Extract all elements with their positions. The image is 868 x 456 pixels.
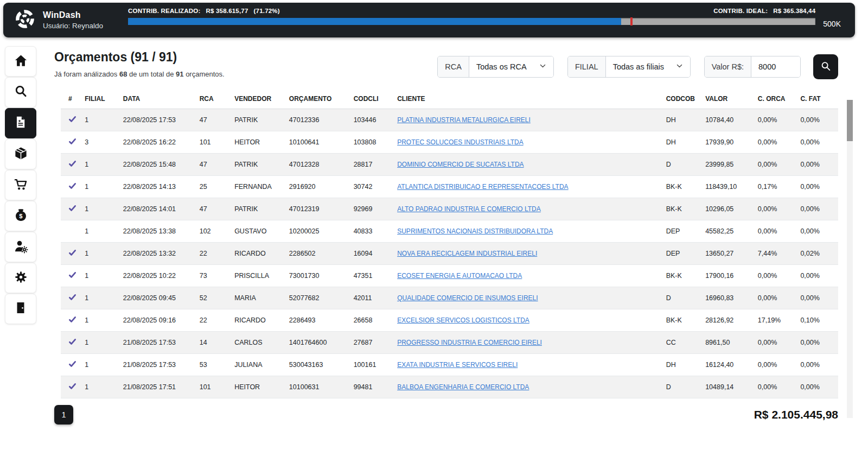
check-icon [68,317,76,325]
cell-orcamento: 47012319 [285,198,349,220]
sidebar-item-configuracoes[interactable] [5,263,36,293]
cell-valor: 10784,40 [701,109,754,131]
analyzed-check-cell [61,376,80,398]
analyzed-check-cell [61,332,80,354]
svg-text:$: $ [19,213,23,219]
client-link[interactable]: PROGRESSO INDUSTRIA E COMERCIO EIRELI [397,339,542,346]
client-link[interactable]: QUALIDADE COMERCIO DE INSUMOS EIRELI [397,294,538,302]
sidebar-item-produtos[interactable] [5,139,36,169]
client-link[interactable]: PROTEC SOLUCOES INDUSTRIAIS LTDA [397,138,523,146]
cell-data: 22/08/2025 17:53 [119,109,195,131]
cell-filial: 1 [80,109,118,131]
cell-cliente: DOMINIO COMERCIO DE SUCATAS LTDA [393,154,661,176]
cell-cliente: SUPRIMENTOS NACIONAIS DISTRIBUIDORA LTDA [393,220,661,243]
client-link[interactable]: ATLANTICA DISTRIBUICAO E REPRESENTACOES … [397,183,568,191]
check-icon [68,339,76,347]
cell-data: 21/08/2025 17:51 [119,376,195,398]
sidebar-item-usuarios[interactable] [5,232,36,262]
cell-valor: 17900,16 [701,265,754,287]
table-row: 122/08/2025 17:5347PATRIK47012336103446P… [61,109,838,131]
app-name: WinDash [43,10,103,20]
valor-input[interactable] [751,56,800,77]
cell-codcob: DEP [662,243,701,265]
client-link[interactable]: EXCELSIOR SERVICOS LOGISTICOS LTDA [397,316,529,324]
cell-orcamento: 47012336 [285,109,349,131]
column-header: RCA [195,88,230,109]
cell-codcob: CC [662,332,701,354]
cell-cliente: QUALIDADE COMERCIO DE INSUMOS EIRELI [393,287,661,309]
check-icon [68,139,76,147]
cell-vendedor: HEITOR [230,376,285,398]
sidebar-item-sair[interactable] [5,294,36,324]
home-icon [14,53,28,70]
cell-valor: 16960,83 [701,287,754,309]
cell-valor: 8961,50 [701,332,754,354]
valor-filter-group: Valor R$: [704,56,801,78]
client-link[interactable]: BALBOA ENGENHARIA E COMERCIO LTDA [397,383,529,391]
document-icon [14,115,28,131]
cell-vendedor: MARIA [230,287,285,309]
cell-rca: 53 [195,354,230,376]
rca-select[interactable]: Todas os RCA [469,56,553,77]
cell-codcli: 103808 [349,131,393,154]
cell-c_orca: 0,00% [754,265,796,287]
sidebar-item-search[interactable] [5,77,36,107]
cell-vendedor: FERNANDA [230,176,285,198]
cell-codcli: 99481 [349,376,393,398]
cell-codcli: 103446 [349,109,393,131]
search-icon [820,60,832,74]
filial-filter-label: FILIAL [568,56,606,77]
contribution-progress: CONTRIB. REALIZADO:R$ 358.615,77(71.72%)… [128,8,815,33]
sidebar-item-financeiro[interactable]: $ [5,201,36,231]
cell-c_fat: 0,00% [796,198,838,220]
check-icon [68,117,76,124]
grand-total: R$ 2.105.445,98 [754,408,838,421]
cell-vendedor: PATRIK [230,109,285,131]
cell-filial: 1 [80,332,118,354]
cell-codcob: DH [662,131,701,154]
table-row: 121/08/2025 17:5314CARLOS140176460027687… [61,332,838,354]
cell-filial: 1 [80,220,118,243]
column-header: VALOR [701,88,754,109]
search-button[interactable] [813,54,838,79]
page-1-button[interactable]: 1 [54,405,73,425]
client-link[interactable]: EXATA INDUSTRIA E SERVICOS EIRELI [397,361,518,369]
cell-c_fat: 0,02% [796,243,838,265]
cell-filial: 1 [80,198,118,220]
cell-codcli: 27687 [349,332,393,354]
cell-c_orca: 0,00% [754,109,796,131]
cell-codcob: BK-K [662,265,701,287]
check-icon [68,250,76,258]
progress-ideal-marker [630,17,633,26]
page-subtitle: Já foram análizados 68 de um total de 91… [54,70,225,78]
table-row: 322/08/2025 16:22101HEITOR10100641103808… [61,131,838,154]
cell-data: 22/08/2025 13:38 [119,220,195,243]
cell-vendedor: GUSTAVO [230,220,285,243]
client-link[interactable]: ALTO PADRAO INDUSTRIA E COMERCIO LTDA [397,205,541,213]
sidebar-item-orcamentos[interactable] [5,108,36,138]
scrollbar-thumb[interactable] [847,100,853,141]
money-bag-icon: $ [14,208,28,225]
cell-data: 22/08/2025 13:32 [119,243,195,265]
cell-filial: 1 [80,309,118,332]
cell-valor: 28126,92 [701,309,754,332]
cell-data: 21/08/2025 17:53 [119,354,195,376]
cell-valor: 13650,27 [701,243,754,265]
sidebar-item-pedidos[interactable] [5,170,36,200]
cell-c_fat: 0,00% [796,287,838,309]
cell-c_orca: 0,00% [754,354,796,376]
user-settings-icon [14,239,28,256]
client-link[interactable]: PLATINA INDUSTRIA METALURGICA EIRELI [397,116,531,124]
client-link[interactable]: SUPRIMENTOS NACIONAIS DISTRIBUIDORA LTDA [397,227,553,235]
cell-codcli: 30742 [349,176,393,198]
client-link[interactable]: ECOSET ENERGIA E AUTOMACAO LTDA [397,272,522,280]
cell-cliente: NOVA ERA RECICLAGEM INDUSTRIAL EIRELI [393,243,661,265]
filial-select[interactable]: Todas as filiais [606,56,690,77]
sidebar-item-home[interactable] [5,46,36,77]
client-link[interactable]: NOVA ERA RECICLAGEM INDUSTRIAL EIRELI [397,250,537,257]
check-icon [68,295,76,302]
cell-codcli: 28817 [349,154,393,176]
analyzed-check-cell [61,243,80,265]
cell-vendedor: PRISCILLA [230,265,285,287]
client-link[interactable]: DOMINIO COMERCIO DE SUCATAS LTDA [397,161,524,168]
